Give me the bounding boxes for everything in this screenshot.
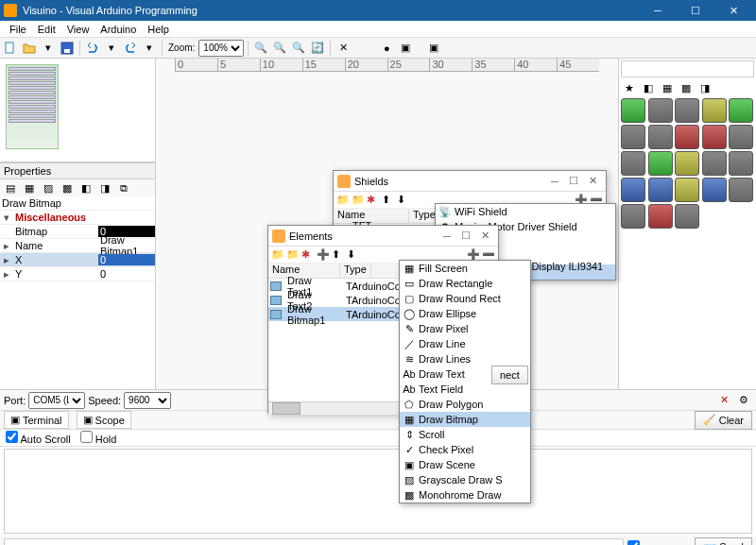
popup-item[interactable]: ▦Draw Bitmap <box>400 412 530 427</box>
prop-name[interactable]: ▸ Name Draw Bitmap1 <box>0 239 155 253</box>
zoom-select[interactable]: 100% <box>198 40 244 57</box>
tool-icon[interactable]: ⬆ <box>382 194 395 207</box>
tool-icon[interactable]: 📁 <box>271 248 284 262</box>
maximize-icon[interactable]: ☐ <box>564 175 583 187</box>
add-icon[interactable]: ➕ <box>317 248 330 262</box>
maximize-icon[interactable]: ☐ <box>456 230 475 242</box>
prop-tool-icon[interactable]: ⧉ <box>115 179 132 196</box>
dropdown-icon[interactable]: ▾ <box>103 40 120 57</box>
palette-tool-icon[interactable]: ▩ <box>678 79 695 96</box>
menu-help[interactable]: Help <box>142 21 175 38</box>
dropdown-icon[interactable]: ▾ <box>40 40 57 57</box>
expand-icon[interactable]: ▾ <box>0 212 13 224</box>
new-icon[interactable] <box>2 40 19 57</box>
expand-icon[interactable]: ▸ <box>0 254 13 266</box>
prop-tool-icon[interactable]: ◨ <box>96 179 113 196</box>
popup-item[interactable]: ▩Monohrome Draw <box>400 487 530 502</box>
tool-icon[interactable]: 📁 <box>286 248 300 262</box>
dropdown-icon[interactable]: ▾ <box>141 40 158 57</box>
popup-item[interactable]: ⇕Scroll <box>400 427 530 442</box>
palette-item[interactable] <box>648 98 673 123</box>
popup-item[interactable]: ▢Draw Round Rect <box>400 291 530 306</box>
prop-tool-icon[interactable]: ▤ <box>2 179 19 196</box>
zoom-fit-icon[interactable]: 🔍 <box>290 40 307 57</box>
expand-icon[interactable]: ▸ <box>0 268 13 281</box>
tool-icon[interactable]: ✱ <box>301 248 315 262</box>
prop-tool-icon[interactable]: ◧ <box>77 179 94 196</box>
expand-icon[interactable]: ▸ <box>0 240 13 252</box>
palette-item[interactable] <box>702 125 727 149</box>
minimize-icon[interactable]: ─ <box>438 230 456 242</box>
minimize-icon[interactable]: ─ <box>545 176 564 187</box>
menu-view[interactable]: View <box>61 21 95 38</box>
auto-scroll-checkbox[interactable]: Auto Scroll <box>6 431 71 445</box>
popup-item[interactable]: ▭Draw Rectangle <box>400 276 530 291</box>
palette-item[interactable] <box>648 204 673 229</box>
tool-icon[interactable]: ⬇ <box>347 248 360 262</box>
settings-icon[interactable]: ⚙ <box>735 392 752 409</box>
palette-tool-icon[interactable]: ★ <box>621 79 638 96</box>
popup-item[interactable]: ◯Draw Ellipse <box>400 306 530 321</box>
prop-tool-icon[interactable]: ▩ <box>59 179 76 196</box>
popup-item[interactable]: ✓Check Pixel <box>400 442 530 457</box>
prop-tool-icon[interactable]: ▨ <box>40 179 57 196</box>
palette-item[interactable] <box>702 178 727 202</box>
popup-item[interactable]: ▣Draw Scene <box>400 457 530 472</box>
palette-tool-icon[interactable]: ▦ <box>659 79 676 96</box>
menu-arduino[interactable]: Arduino <box>94 21 142 38</box>
send-input[interactable] <box>4 538 624 545</box>
speed-select[interactable]: 9600 <box>124 392 171 409</box>
delete-icon[interactable]: ✕ <box>335 40 352 57</box>
palette-item[interactable] <box>621 98 645 123</box>
palette-item[interactable] <box>729 125 753 149</box>
tool-icon[interactable]: ⬇ <box>397 194 410 207</box>
component-thumbnail[interactable] <box>6 64 59 149</box>
palette-item[interactable] <box>621 151 645 176</box>
palette-search-input[interactable] <box>621 60 754 77</box>
palette-item[interactable] <box>648 178 673 202</box>
menu-file[interactable]: File <box>4 21 32 38</box>
popup-item[interactable]: ✎Draw Pixel <box>400 321 530 336</box>
palette-item[interactable] <box>621 125 645 149</box>
tool-icon[interactable]: ● <box>378 40 395 57</box>
send-button[interactable]: 📨 Send <box>695 537 752 545</box>
tool-icon[interactable]: ▣ <box>425 40 442 57</box>
palette-item[interactable] <box>675 204 699 229</box>
elements-titlebar[interactable]: Elements ─ ☐ ✕ <box>268 226 498 247</box>
popup-item[interactable]: 📡WiFi Shield <box>436 204 615 219</box>
prop-y[interactable]: ▸ Y 0 <box>0 267 155 281</box>
palette-item[interactable] <box>648 125 673 149</box>
open-icon[interactable] <box>21 40 38 57</box>
prop-tool-icon[interactable]: ▦ <box>21 179 38 196</box>
upload-icon[interactable]: ▣ <box>397 40 414 57</box>
palette-item[interactable] <box>621 204 645 229</box>
shields-titlebar[interactable]: Shields ─ ☐ ✕ <box>334 171 606 192</box>
clear-button[interactable]: 🧹 Clear <box>695 411 752 430</box>
refresh-icon[interactable]: 🔄 <box>309 40 326 57</box>
palette-tool-icon[interactable]: ◨ <box>696 79 713 96</box>
palette-tool-icon[interactable]: ◧ <box>640 79 657 96</box>
maximize-button[interactable]: ☐ <box>677 0 714 21</box>
tool-icon[interactable]: ✱ <box>367 194 380 207</box>
palette-item[interactable] <box>675 125 699 149</box>
close-button[interactable]: ✕ <box>714 0 752 21</box>
close-icon[interactable]: ✕ <box>583 175 602 187</box>
palette-item[interactable] <box>621 178 645 202</box>
connect-button[interactable]: nect <box>491 366 528 384</box>
undo-icon[interactable] <box>84 40 101 57</box>
hold-checkbox[interactable]: Hold <box>80 431 117 445</box>
properties-group[interactable]: ▾ Miscellaneous <box>0 211 155 225</box>
prop-x[interactable]: ▸ X 0 <box>0 253 155 267</box>
zoom-in-icon[interactable]: 🔍 <box>252 40 269 57</box>
palette-item[interactable] <box>702 151 727 176</box>
tool-icon[interactable]: ⬆ <box>332 248 345 262</box>
auto-clear-checkbox[interactable]: Auto Clear <box>627 540 691 546</box>
save-icon[interactable] <box>59 40 76 57</box>
popup-item[interactable]: ▦Fill Screen <box>400 261 530 276</box>
popup-item[interactable]: ／Draw Line <box>400 336 530 351</box>
close-icon[interactable]: ✕ <box>475 230 494 242</box>
popup-item[interactable]: ≋Draw Lines <box>400 351 530 366</box>
tab-terminal[interactable]: ▣ Terminal <box>4 411 69 429</box>
minimize-button[interactable]: ─ <box>639 0 677 21</box>
console-output[interactable] <box>4 449 752 534</box>
